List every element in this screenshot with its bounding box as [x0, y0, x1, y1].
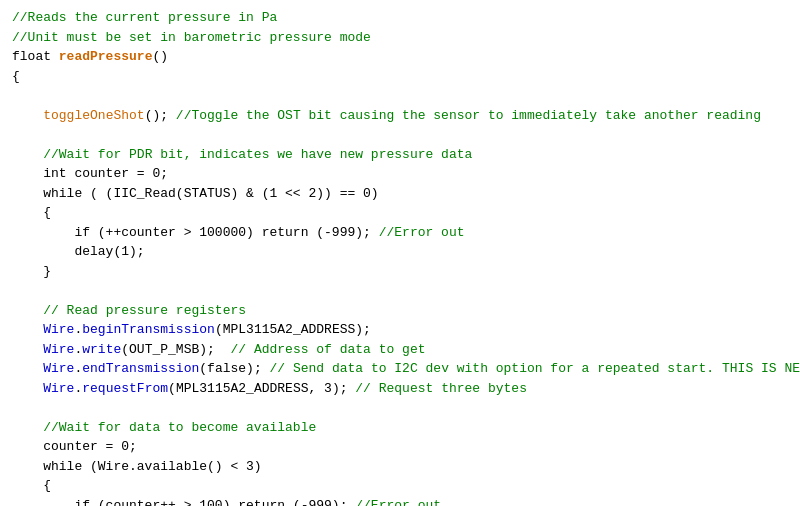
code-token: while (Wire.available() < 3) [12, 459, 262, 474]
code-token [12, 420, 43, 435]
code-line: { [12, 476, 788, 496]
code-token: { [12, 478, 51, 493]
code-token: (false); [199, 361, 269, 376]
code-line: while (Wire.available() < 3) [12, 457, 788, 477]
code-line [12, 86, 788, 106]
code-token: Wire [43, 381, 74, 396]
code-line: int counter = 0; [12, 164, 788, 184]
code-token: endTransmission [82, 361, 199, 376]
code-line: //Reads the current pressure in Pa [12, 8, 788, 28]
code-token: readPressure [59, 49, 153, 64]
code-token [12, 322, 43, 337]
code-token: { [12, 205, 51, 220]
code-token: // Request three bytes [355, 381, 527, 396]
code-token: float [12, 49, 59, 64]
code-token [12, 147, 43, 162]
code-token: Wire [43, 322, 74, 337]
code-line: Wire.requestFrom(MPL3115A2_ADDRESS, 3); … [12, 379, 788, 399]
code-token [12, 108, 43, 123]
code-line [12, 281, 788, 301]
code-token: // Send data to I2C dev with option for … [270, 361, 801, 376]
code-token: counter = 0; [12, 439, 137, 454]
code-line: { [12, 203, 788, 223]
code-line: //Wait for PDR bit, indicates we have ne… [12, 145, 788, 165]
code-token: //Wait for data to become available [43, 420, 316, 435]
code-token: (MPL3115A2_ADDRESS); [215, 322, 371, 337]
code-token: () [152, 49, 168, 64]
code-line: Wire.endTransmission(false); // Send dat… [12, 359, 788, 379]
code-token: while ( (IIC_Read(STATUS) & (1 << 2)) ==… [12, 186, 379, 201]
code-line: delay(1); [12, 242, 788, 262]
code-line: } [12, 262, 788, 282]
code-line: Wire.write(OUT_P_MSB); // Address of dat… [12, 340, 788, 360]
code-token [12, 342, 43, 357]
code-line: while ( (IIC_Read(STATUS) & (1 << 2)) ==… [12, 184, 788, 204]
code-token: toggleOneShot [43, 108, 144, 123]
code-token: } [12, 264, 51, 279]
code-line: Wire.beginTransmission(MPL3115A2_ADDRESS… [12, 320, 788, 340]
code-token: delay(1); [12, 244, 145, 259]
code-token: //Unit must be set in barometric pressur… [12, 30, 371, 45]
code-line: if (counter++ > 100) return (-999); //Er… [12, 496, 788, 507]
code-token: (OUT_P_MSB); [121, 342, 230, 357]
code-token [12, 381, 43, 396]
code-token [12, 361, 43, 376]
code-line: //Unit must be set in barometric pressur… [12, 28, 788, 48]
code-line: if (++counter > 100000) return (-999); /… [12, 223, 788, 243]
code-token: int counter = 0; [12, 166, 168, 181]
code-line: // Read pressure registers [12, 301, 788, 321]
code-token: //Toggle the OST bit causing the sensor … [176, 108, 761, 123]
code-token: //Reads the current pressure in Pa [12, 10, 277, 25]
code-token: //Error out [355, 498, 441, 507]
code-editor: //Reads the current pressure in Pa//Unit… [0, 0, 800, 506]
code-token: Wire [43, 361, 74, 376]
code-block: //Reads the current pressure in Pa//Unit… [12, 8, 788, 506]
code-line: toggleOneShot(); //Toggle the OST bit ca… [12, 106, 788, 126]
code-token [12, 303, 43, 318]
code-token: //Wait for PDR bit, indicates we have ne… [43, 147, 472, 162]
code-token: // Address of data to get [230, 342, 425, 357]
code-token: beginTransmission [82, 322, 215, 337]
code-token: Wire [43, 342, 74, 357]
code-token: //Error out [379, 225, 465, 240]
code-token: (); [145, 108, 176, 123]
code-line [12, 398, 788, 418]
code-line [12, 125, 788, 145]
code-token: { [12, 69, 20, 84]
code-token: // Read pressure registers [43, 303, 246, 318]
code-token: write [82, 342, 121, 357]
code-token: requestFrom [82, 381, 168, 396]
code-line: //Wait for data to become available [12, 418, 788, 438]
code-token: if (counter++ > 100) return (-999); [12, 498, 355, 507]
code-line: float readPressure() [12, 47, 788, 67]
code-line: counter = 0; [12, 437, 788, 457]
code-token: if (++counter > 100000) return (-999); [12, 225, 379, 240]
code-line: { [12, 67, 788, 87]
code-token: (MPL3115A2_ADDRESS, 3); [168, 381, 355, 396]
